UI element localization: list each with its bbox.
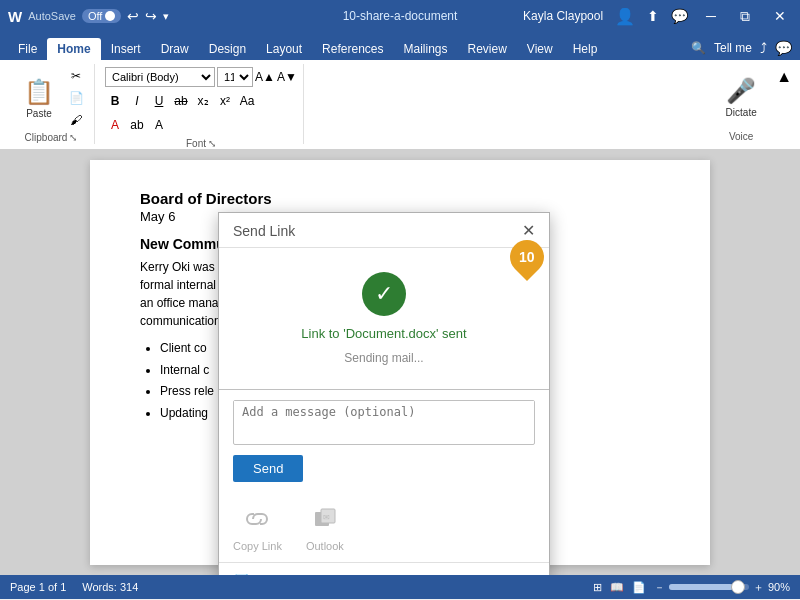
menu-help[interactable]: Help xyxy=(563,38,608,60)
menu-view[interactable]: View xyxy=(517,38,563,60)
tell-me-label[interactable]: Tell me xyxy=(714,41,752,55)
voice-label: Voice xyxy=(729,131,753,142)
quick-access-dropdown[interactable]: ▾ xyxy=(163,10,169,23)
panel-body: Send Copy Link xyxy=(219,390,549,562)
dictate-label: Dictate xyxy=(726,107,757,118)
menu-design[interactable]: Design xyxy=(199,38,256,60)
zoom-control: － ＋ 90% xyxy=(654,580,790,595)
dictate-icon: 🎤 xyxy=(726,77,756,105)
copy-link-icon xyxy=(240,502,274,536)
document-area: Board of Directors May 6 New Communicati… xyxy=(0,150,800,575)
ribbon-scroll-up[interactable]: ▲ xyxy=(776,68,792,86)
strikethrough-button[interactable]: ab xyxy=(171,91,191,111)
status-right: ⊞ 📖 📄 － ＋ 90% xyxy=(593,580,790,595)
outlook-option[interactable]: ✉ Outlook xyxy=(306,502,344,552)
layout-view-icon[interactable]: ⊞ xyxy=(593,581,602,594)
panel-header: Send Link ✕ xyxy=(219,213,549,248)
subscript-button[interactable]: x₂ xyxy=(193,91,213,111)
copy-link-option[interactable]: Copy Link xyxy=(233,502,282,552)
maximize-button[interactable]: ⧉ xyxy=(734,6,756,27)
document-title: 10-share-a-document xyxy=(343,9,458,23)
ribbon-content: 📋 Paste ✂ 📄 🖌 Clipboard ⤡ Calibri (Body)… xyxy=(0,60,800,150)
font-color-button[interactable]: A xyxy=(105,115,125,135)
share-options: Copy Link ✉ Outlook xyxy=(233,494,535,552)
font-name-select[interactable]: Calibri (Body) xyxy=(105,67,215,87)
redo-icon[interactable]: ↪ xyxy=(145,8,157,24)
status-bar: Page 1 of 1 Words: 314 ⊞ 📖 📄 － ＋ 90% xyxy=(0,575,800,599)
format-painter-button[interactable]: 🖌 xyxy=(66,110,86,130)
search-icon: 🔍 xyxy=(691,41,706,55)
clipboard-group: 📋 Paste ✂ 📄 🖌 Clipboard ⤡ xyxy=(8,64,95,144)
clipboard-expand-icon[interactable]: ⤡ xyxy=(69,132,77,143)
success-message: Link to 'Document.docx' sent xyxy=(301,326,466,341)
zoom-out-icon[interactable]: － xyxy=(654,580,665,595)
comments-icon[interactable]: 💬 xyxy=(671,8,688,24)
message-input[interactable] xyxy=(234,401,534,441)
send-copy-icon: 📄 xyxy=(233,573,253,575)
menu-layout[interactable]: Layout xyxy=(256,38,312,60)
share-icon[interactable]: ⤴ xyxy=(760,40,767,56)
menu-references[interactable]: References xyxy=(312,38,393,60)
italic-button[interactable]: I xyxy=(127,91,147,111)
send-copy-row[interactable]: 📄 Send a Copy ▾ xyxy=(219,562,549,575)
words-info: Words: 314 xyxy=(82,581,138,593)
menu-file[interactable]: File xyxy=(8,38,47,60)
share-panel: Send Link ✕ ✕ ✓ Link to 'Document.docx' … xyxy=(218,212,550,575)
cut-button[interactable]: ✂ xyxy=(66,66,86,86)
font-expand-icon[interactable]: ⤡ xyxy=(208,138,216,149)
bold-button[interactable]: B xyxy=(105,91,125,111)
outlook-label: Outlook xyxy=(306,540,344,552)
paste-button[interactable]: 📋 Paste xyxy=(16,69,62,127)
dictate-button[interactable]: 🎤 Dictate xyxy=(718,69,764,127)
superscript-button[interactable]: x² xyxy=(215,91,235,111)
font-label: Font xyxy=(186,138,206,149)
toggle-dot xyxy=(105,11,115,21)
font-grow-button[interactable]: A▲ xyxy=(255,67,275,87)
zoom-slider[interactable] xyxy=(669,584,749,590)
share-ribbon-icon[interactable]: ⬆ xyxy=(647,8,659,24)
sending-status: Sending mail... xyxy=(344,351,423,365)
copy-link-label: Copy Link xyxy=(233,540,282,552)
read-mode-icon[interactable]: 📖 xyxy=(610,581,624,594)
titlebar-right: Kayla Claypool 👤 ⬆ 💬 ─ ⧉ ✕ xyxy=(523,6,792,27)
autosave-label: AutoSave xyxy=(28,10,76,22)
voice-group: 🎤 Dictate Voice xyxy=(710,64,772,144)
title-bar: W AutoSave Off ↩ ↪ ▾ 10-share-a-document… xyxy=(0,0,800,32)
font-shrink-button[interactable]: A▼ xyxy=(277,67,297,87)
profile-icon[interactable]: 👤 xyxy=(615,7,635,26)
send-button[interactable]: Send xyxy=(233,455,303,482)
zoom-level: 90% xyxy=(768,581,790,593)
word-logo: W xyxy=(8,8,22,25)
copy-button[interactable]: 📄 xyxy=(66,88,86,108)
status-left: Page 1 of 1 Words: 314 xyxy=(10,581,138,593)
paste-label: Paste xyxy=(26,108,52,119)
text-color-button[interactable]: A xyxy=(149,115,169,135)
page-info: Page 1 of 1 xyxy=(10,581,66,593)
autosave-toggle[interactable]: Off xyxy=(82,9,121,23)
menu-bar: File Home Insert Draw Design Layout Refe… xyxy=(0,32,800,60)
print-layout-icon[interactable]: 📄 xyxy=(632,581,646,594)
font-size-select[interactable]: 11 xyxy=(217,67,253,87)
undo-icon[interactable]: ↩ xyxy=(127,8,139,24)
highlight-button[interactable]: ab xyxy=(127,115,147,135)
titlebar-left: W AutoSave Off ↩ ↪ ▾ xyxy=(8,8,169,25)
success-overlay: ✓ Link to 'Document.docx' sent Sending m… xyxy=(219,248,549,390)
panel-close-button[interactable]: ✕ xyxy=(522,223,535,239)
menu-insert[interactable]: Insert xyxy=(101,38,151,60)
clipboard-label: Clipboard xyxy=(25,132,68,143)
comments-ribbon-icon[interactable]: 💬 xyxy=(775,40,792,56)
panel-title: Send Link xyxy=(233,223,295,239)
zoom-in-icon[interactable]: ＋ xyxy=(753,580,764,595)
menu-review[interactable]: Review xyxy=(458,38,517,60)
menu-draw[interactable]: Draw xyxy=(151,38,199,60)
menu-home[interactable]: Home xyxy=(47,38,100,60)
menu-mailings[interactable]: Mailings xyxy=(393,38,457,60)
paste-icon: 📋 xyxy=(24,78,54,106)
toggle-off-label: Off xyxy=(88,10,102,22)
underline-button[interactable]: U xyxy=(149,91,169,111)
step-badge-number: 10 xyxy=(519,249,535,265)
clear-format-button[interactable]: Aa xyxy=(237,91,257,111)
user-name: Kayla Claypool xyxy=(523,9,603,23)
minimize-button[interactable]: ─ xyxy=(700,6,722,26)
window-close-button[interactable]: ✕ xyxy=(768,6,792,26)
